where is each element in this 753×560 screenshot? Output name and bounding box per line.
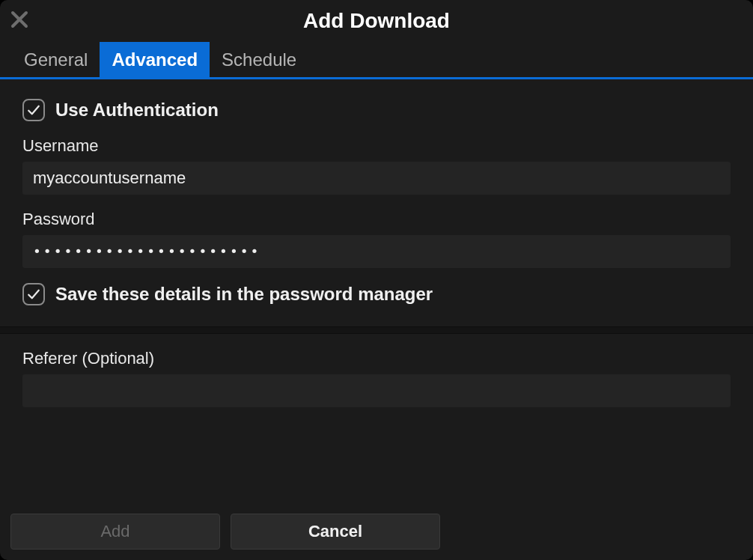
check-icon	[27, 287, 40, 301]
use-auth-label: Use Authentication	[55, 100, 219, 121]
use-auth-row: Use Authentication	[22, 99, 731, 121]
referer-section: Referer (Optional)	[0, 334, 753, 425]
save-pw-label: Save these details in the password manag…	[55, 284, 433, 305]
cancel-button[interactable]: Cancel	[231, 514, 440, 550]
auth-section: Use Authentication Username Password •••…	[0, 79, 753, 326]
close-icon	[10, 10, 28, 28]
tab-general[interactable]: General	[12, 42, 100, 77]
username-label: Username	[22, 136, 731, 156]
titlebar: Add Download	[0, 0, 753, 42]
referer-label: Referer (Optional)	[22, 349, 731, 368]
add-download-dialog: Add Download General Advanced Schedule U…	[0, 0, 753, 560]
save-pw-checkbox[interactable]	[22, 283, 45, 305]
button-bar: Add Cancel	[0, 503, 753, 560]
add-button[interactable]: Add	[10, 514, 220, 550]
tab-advanced[interactable]: Advanced	[100, 42, 210, 77]
save-pw-row: Save these details in the password manag…	[22, 283, 731, 305]
password-label: Password	[22, 210, 731, 229]
referer-input[interactable]	[22, 374, 731, 407]
check-icon	[27, 103, 40, 117]
use-auth-checkbox[interactable]	[22, 99, 45, 121]
tab-bar: General Advanced Schedule	[0, 42, 753, 79]
dialog-title: Add Download	[303, 9, 450, 33]
section-divider	[0, 326, 753, 334]
password-input[interactable]: ••••••••••••••••••••••	[22, 235, 731, 268]
username-input[interactable]	[22, 162, 731, 195]
tab-schedule[interactable]: Schedule	[210, 42, 308, 77]
tab-content: Use Authentication Username Password •••…	[0, 79, 753, 503]
close-button[interactable]	[9, 9, 30, 30]
